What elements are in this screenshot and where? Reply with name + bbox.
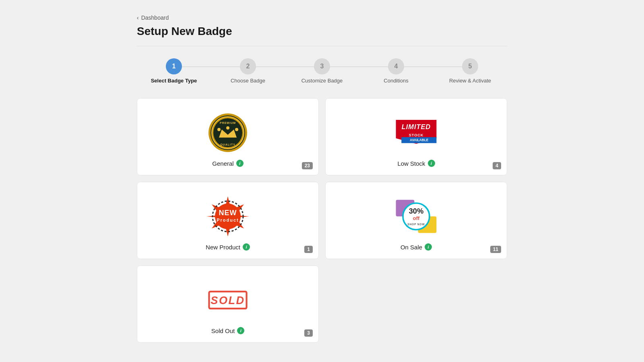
info-icon-on-sale: i <box>425 243 432 251</box>
badge-image-general: PREMIUM QUALITY • • • • • <box>206 111 250 155</box>
svg-text:QUALITY: QUALITY <box>220 143 235 146</box>
step-2[interactable]: 2 Choose Badge <box>211 58 285 84</box>
svg-point-6 <box>226 126 229 130</box>
svg-point-7 <box>235 128 238 131</box>
badge-card-general[interactable]: PREMIUM QUALITY • • • • • General i 23 <box>137 98 319 175</box>
badge-label-general: General i <box>212 160 243 167</box>
badge-card-new-product[interactable]: NEW Product New Product i 1 <box>137 182 319 259</box>
stepper: 1 Select Badge Type 2 Choose Badge 3 Cus… <box>137 58 507 84</box>
badge-image-sold-out: SOLD <box>206 278 250 322</box>
svg-text:STOCK: STOCK <box>409 133 423 137</box>
badge-card-on-sale[interactable]: 30% off SHOP NOW On Sale i 11 <box>325 182 507 259</box>
badge-card-low-stock[interactable]: LIMITED STOCK AVAILABLE Low Stock i 4 <box>325 98 507 175</box>
badge-count-new-product: 1 <box>304 246 313 253</box>
step-1-label: Select Badge Type <box>151 78 197 84</box>
info-icon-low-stock: i <box>428 160 435 167</box>
info-icon-general: i <box>236 160 244 167</box>
badge-card-sold-out[interactable]: SOLD Sold Out i 3 <box>137 265 319 343</box>
badge-count-on-sale: 11 <box>490 246 501 253</box>
step-3-label: Customize Badge <box>301 78 343 84</box>
step-3-circle: 3 <box>314 58 330 74</box>
badge-count-sold-out: 3 <box>304 329 313 337</box>
step-3[interactable]: 3 Customize Badge <box>285 58 359 84</box>
svg-point-5 <box>217 128 221 131</box>
badge-image-new-product: NEW Product <box>206 194 250 239</box>
svg-text:SHOP NOW: SHOP NOW <box>408 223 425 226</box>
svg-text:LIMITED: LIMITED <box>402 123 431 130</box>
svg-text:30%: 30% <box>409 207 424 215</box>
step-5-circle: 5 <box>462 58 478 74</box>
svg-text:off: off <box>413 215 420 221</box>
badge-grid: PREMIUM QUALITY • • • • • General i 23 <box>137 98 507 343</box>
badge-image-on-sale: 30% off SHOP NOW <box>394 194 438 239</box>
page-title: Setup New Badge <box>137 25 507 38</box>
svg-text:SOLD: SOLD <box>211 294 245 306</box>
svg-text:NEW: NEW <box>219 209 237 217</box>
step-1-circle: 1 <box>166 58 182 74</box>
breadcrumb-label: Dashboard <box>141 14 169 21</box>
back-arrow-icon: ‹ <box>137 14 139 21</box>
badge-label-low-stock: Low Stock i <box>397 160 435 167</box>
step-2-circle: 2 <box>240 58 256 74</box>
info-icon-new-product: i <box>243 243 250 251</box>
section-divider <box>137 46 507 46</box>
svg-text:Product: Product <box>217 218 239 222</box>
step-4[interactable]: 4 Conditions <box>359 58 433 84</box>
step-4-circle: 4 <box>388 58 404 74</box>
step-1[interactable]: 1 Select Badge Type <box>137 58 211 84</box>
step-2-label: Choose Badge <box>231 78 265 84</box>
svg-text:PREMIUM: PREMIUM <box>220 121 236 124</box>
badge-label-on-sale: On Sale i <box>400 243 432 251</box>
badge-image-low-stock: LIMITED STOCK AVAILABLE <box>394 111 438 155</box>
info-icon-sold-out: i <box>237 327 244 334</box>
step-5-label: Review & Activate <box>449 78 491 84</box>
breadcrumb[interactable]: ‹ Dashboard <box>137 14 507 21</box>
page-container: ‹ Dashboard Setup New Badge 1 Select Bad… <box>121 0 523 357</box>
svg-text:• • • • •: • • • • • <box>224 147 231 149</box>
badge-label-new-product: New Product i <box>206 243 250 251</box>
step-5[interactable]: 5 Review & Activate <box>433 58 507 84</box>
badge-count-low-stock: 4 <box>493 162 501 169</box>
step-4-label: Conditions <box>384 78 408 84</box>
svg-text:AVAILABLE: AVAILABLE <box>410 138 428 142</box>
badge-label-sold-out: Sold Out i <box>211 327 244 334</box>
badge-count-general: 23 <box>302 162 313 169</box>
